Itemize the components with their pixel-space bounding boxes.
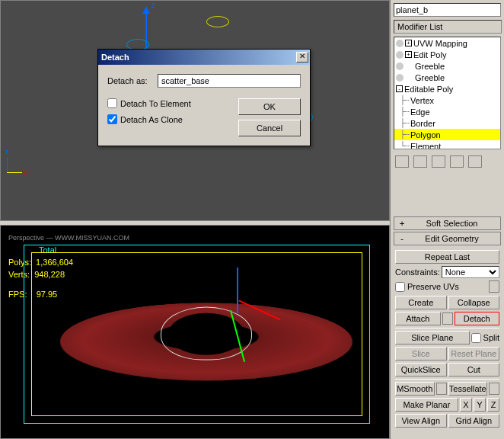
view-align-button[interactable]: View Align [395, 414, 447, 428]
collapse-icon[interactable]: - [396, 85, 403, 92]
reset-plane-button[interactable]: Reset Plane [448, 347, 500, 360]
minus-icon: - [397, 234, 407, 244]
make-planar-button[interactable]: Make Planar [395, 398, 458, 412]
stack-item-greeble[interactable]: Greeble [394, 60, 500, 72]
cancel-button[interactable]: Cancel [238, 120, 301, 136]
msmooth-settings-icon[interactable] [436, 383, 447, 395]
pin-stack-icon[interactable] [395, 155, 409, 168]
expand-icon[interactable]: + [405, 51, 412, 58]
subobj-vertex[interactable]: ├┄Vertex [394, 95, 500, 106]
dialog-title: Detach [101, 53, 296, 62]
bulb-icon[interactable] [396, 74, 404, 82]
plus-icon: + [397, 219, 407, 229]
split-label: Split [483, 333, 499, 342]
constraints-dropdown[interactable]: None [442, 266, 499, 278]
ok-button[interactable]: OK [238, 98, 301, 115]
planar-y-button[interactable]: Y [474, 398, 486, 412]
detach-as-clone-label: Detach As Clone [120, 115, 183, 124]
bulb-icon[interactable] [396, 40, 404, 47]
slice-button[interactable]: Slice [395, 347, 447, 360]
stack-toolbar [394, 152, 501, 171]
settings-icon[interactable] [489, 280, 499, 293]
stack-item-greeble[interactable]: Greeble [394, 72, 500, 83]
rollout-edit-geometry[interactable]: - Edit Geometry [394, 232, 501, 245]
wireframe-object[interactable] [206, 16, 229, 27]
command-panel: Modifier List +UVW Mapping +Edit Poly Gr… [390, 0, 504, 439]
subobj-border[interactable]: ├┄Border [394, 117, 500, 129]
configure-sets-icon[interactable] [468, 155, 482, 168]
preserve-uvs-checkbox[interactable] [395, 282, 405, 292]
remove-modifier-icon[interactable] [450, 155, 464, 168]
mesh-object[interactable] [62, 260, 351, 412]
modifier-list-dropdown[interactable]: Modifier List [394, 20, 502, 34]
quickslice-button[interactable]: QuickSlice [395, 363, 447, 377]
edit-geometry-body: Repeat Last Constraints: None Preserve U… [394, 247, 501, 433]
cut-button[interactable]: Cut [448, 363, 500, 377]
subobj-element[interactable]: └┄Element [394, 140, 500, 149]
msmooth-button[interactable]: MSmooth [395, 382, 435, 396]
detach-to-element-checkbox[interactable] [107, 98, 117, 108]
planar-z-button[interactable]: Z [487, 398, 499, 412]
subobj-polygon[interactable]: ├┄Polygon [394, 129, 500, 140]
attach-list-icon[interactable] [442, 312, 453, 325]
rollout-soft-selection[interactable]: + Soft Selection [394, 216, 501, 230]
tessellate-settings-icon[interactable] [489, 383, 499, 395]
stack-item-editable-poly[interactable]: -Editable Poly [394, 83, 500, 95]
tessellate-button[interactable]: Tessellate [448, 382, 488, 396]
viewport-perspective[interactable]: Perspective — WWW.MISSYUAN.COM Total Pol… [0, 225, 390, 439]
watermark: Perspective — WWW.MISSYUAN.COM [8, 232, 129, 244]
detach-as-input[interactable] [158, 74, 301, 88]
bulb-icon[interactable] [396, 51, 404, 59]
expand-icon[interactable]: + [405, 40, 412, 46]
preserve-uvs-label: Preserve UVs [407, 282, 459, 291]
detach-as-label: Detach as: [107, 76, 153, 85]
grid-align-button[interactable]: Grid Align [448, 414, 500, 428]
detach-button[interactable]: Detach [455, 312, 500, 325]
slice-plane-button[interactable]: Slice Plane [395, 331, 470, 344]
planar-x-button[interactable]: X [460, 398, 472, 412]
detach-to-element-label: Detach To Element [120, 99, 191, 108]
attach-button[interactable]: Attach [395, 312, 441, 325]
bulb-icon[interactable] [396, 62, 404, 70]
detach-as-clone-checkbox[interactable] [107, 114, 117, 124]
object-name-input[interactable] [394, 3, 501, 17]
create-button[interactable]: Create [395, 296, 447, 309]
modifier-stack[interactable]: +UVW Mapping +Edit Poly Greeble Greeble … [394, 37, 501, 149]
axis-label-z: z [152, 1, 155, 9]
stack-item-uvw-mapping[interactable]: +UVW Mapping [394, 37, 500, 49]
split-checkbox[interactable] [471, 333, 481, 343]
dialog-titlebar[interactable]: Detach ✕ [98, 50, 310, 65]
show-result-icon[interactable] [413, 155, 427, 168]
subobj-edge[interactable]: ├┄Edge [394, 106, 500, 117]
make-unique-icon[interactable] [432, 155, 445, 168]
collapse-button[interactable]: Collapse [448, 296, 500, 309]
stack-item-edit-poly[interactable]: +Edit Poly [394, 49, 500, 60]
detach-dialog: Detach ✕ Detach as: Detach To Element De… [97, 49, 311, 146]
constraints-label: Constraints: [395, 268, 440, 277]
repeat-last-button[interactable]: Repeat Last [395, 250, 499, 264]
close-icon[interactable]: ✕ [296, 52, 308, 62]
